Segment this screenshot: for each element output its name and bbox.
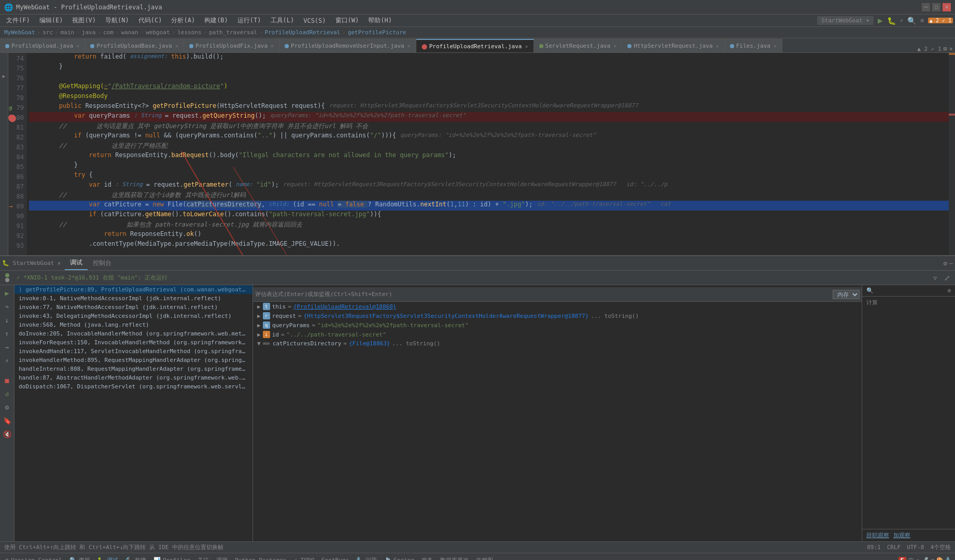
- debug-mute-icon[interactable]: 🔇: [2, 428, 13, 440]
- tool-build[interactable]: 🔨 构建: [122, 555, 149, 560]
- var-expand-queryparams[interactable]: ▶: [257, 322, 261, 329]
- breadcrumb-src[interactable]: src: [43, 29, 53, 36]
- debug-close-icon[interactable]: —: [949, 260, 953, 267]
- tab-profileuploadremove[interactable]: ProfileUploadRemoveUserInput.java ✕: [279, 39, 416, 52]
- var-val-catpictures[interactable]: {File@18863}: [349, 340, 390, 347]
- tab-profileupload[interactable]: ProfileUpload.java ✕: [0, 39, 85, 52]
- menu-tools[interactable]: 工具(L): [266, 15, 299, 26]
- debug-run-cursor-icon[interactable]: →: [2, 341, 13, 353]
- menu-edit[interactable]: 编辑(E): [35, 15, 67, 26]
- tool-deps[interactable]: 依赖图: [473, 555, 496, 560]
- tab-profileuploadfix[interactable]: ProfileUploadFix.java ✕: [184, 39, 279, 52]
- profile-selector[interactable]: StartWebGoat ▾: [817, 16, 874, 25]
- tool-measure[interactable]: 调测: [213, 555, 231, 560]
- right-scroll-gutter[interactable]: [949, 53, 955, 255]
- tool-find[interactable]: 🔍 查找: [66, 555, 93, 560]
- tab-close[interactable]: ✕: [613, 43, 616, 49]
- close-others-btn[interactable]: ✕: [949, 45, 953, 52]
- var-expand-this[interactable]: ▶: [257, 303, 261, 310]
- menu-build[interactable]: 构建(B): [200, 15, 232, 26]
- debug-settings-icon[interactable]: ⚙: [944, 260, 947, 267]
- tool-version-control[interactable]: ⚙ Version Control: [2, 556, 65, 560]
- frame-item-4[interactable]: invoke:568, Method (java.lang.reflect): [15, 320, 252, 329]
- frame-item-2[interactable]: invoke:77, NativeMethodAccessorImpl (jdk…: [15, 303, 252, 312]
- tool-focus[interactable]: 关注: [194, 555, 212, 560]
- frame-item-8[interactable]: invokeHandlerMethod:895, RequestMappingH…: [15, 356, 252, 365]
- tab-close[interactable]: ✕: [271, 43, 274, 49]
- tab-profileuploadbase[interactable]: ProfileUploadBase.java ✕: [85, 39, 184, 52]
- breadcrumb-com[interactable]: com: [103, 29, 114, 36]
- eval-mode-select[interactable]: 内存: [833, 290, 860, 299]
- add-btn[interactable]: 加观察: [893, 531, 910, 539]
- menu-navigate[interactable]: 导航(N): [101, 15, 133, 26]
- line-endings[interactable]: CRLF: [887, 544, 901, 551]
- tool-services[interactable]: 服务: [418, 555, 436, 560]
- split-btn[interactable]: ⊞: [944, 45, 947, 52]
- tool-todo[interactable]: ✓ TODO: [290, 556, 317, 560]
- frame-item-11[interactable]: doDispatch:1067, DispatcherServlet (org.…: [15, 382, 252, 391]
- var-expand-request[interactable]: ▶: [257, 313, 261, 319]
- breadcrumb-wanan[interactable]: wanan: [121, 29, 138, 36]
- menu-view[interactable]: 视图(V): [68, 15, 100, 26]
- frame-item-0[interactable]: ⟩ getProfilePicture:89, ProfileUploadRet…: [15, 285, 252, 294]
- frame-item-1[interactable]: invoke:0-1, NativeMethodAccessorImpl (jd…: [15, 294, 252, 303]
- tool-profiler[interactable]: 📊 Profiler: [150, 556, 193, 560]
- expand-btn[interactable]: ⤢: [942, 272, 953, 284]
- var-val-this[interactable]: {ProfileUploadRetrieval@18860}: [293, 303, 397, 310]
- close-button[interactable]: ✕: [943, 3, 951, 11]
- tab-close[interactable]: ✕: [716, 43, 719, 49]
- menu-analyze[interactable]: 分析(A): [167, 15, 199, 26]
- menu-file[interactable]: 文件(F): [2, 15, 34, 26]
- frame-item-6[interactable]: invokeForRequest:150, InvocableHandlerMe…: [15, 338, 252, 347]
- menu-run[interactable]: 运行(T): [233, 15, 265, 26]
- tool-python[interactable]: Python Packages: [232, 556, 289, 560]
- breadcrumb-webgoat[interactable]: webgoat: [146, 29, 170, 36]
- menu-vcs[interactable]: VCS(S): [299, 16, 330, 25]
- minimize-button[interactable]: ─: [922, 3, 930, 11]
- breadcrumb-java[interactable]: java: [82, 29, 96, 36]
- debug-resume-icon[interactable]: ▶: [2, 287, 13, 299]
- tab-close[interactable]: ✕: [774, 43, 777, 49]
- tool-problems[interactable]: 🔧 问题: [353, 555, 380, 560]
- breadcrumb-lessons[interactable]: lessons: [177, 29, 201, 36]
- debug-eval-icon[interactable]: ⚡: [2, 355, 13, 366]
- maximize-button[interactable]: □: [932, 3, 940, 11]
- frame-item-10[interactable]: handle:87, AbstractHandlerMethodAdapter …: [15, 373, 252, 382]
- tab-files[interactable]: Files.java ✕: [725, 39, 782, 52]
- thread-filter-btn[interactable]: ▿: [929, 272, 940, 284]
- run-btn[interactable]: ▶: [878, 16, 883, 25]
- debug-step-out-icon[interactable]: ↑: [2, 328, 13, 339]
- frame-item-7[interactable]: invokeAndHandle:117, ServletInvocableHan…: [15, 347, 252, 356]
- encoding[interactable]: UTF-8: [907, 544, 924, 551]
- var-expand-catpictures[interactable]: ▼: [257, 340, 261, 347]
- tab-console[interactable]: 控制台: [88, 257, 117, 270]
- indent-size[interactable]: 4个空格: [930, 543, 951, 551]
- breadcrumb-project[interactable]: MyWebGoat: [4, 29, 35, 36]
- tab-close[interactable]: ✕: [76, 43, 79, 49]
- search-icon[interactable]: 🔍: [907, 17, 916, 25]
- tool-spotbugs[interactable]: SpotBugs: [318, 556, 352, 560]
- tab-debug[interactable]: 调试: [65, 256, 88, 270]
- search-icon-right[interactable]: 🔍: [866, 287, 874, 294]
- tab-httpservletrequest[interactable]: HttpServletRequest.java ✕: [622, 39, 724, 52]
- debug-settings-icon2[interactable]: ⚙: [2, 401, 13, 413]
- breadcrumb-path-traversal[interactable]: path_traversal: [209, 29, 257, 36]
- breadcrumb-class[interactable]: ProfileUploadRetrieval: [265, 29, 341, 36]
- tool-spring[interactable]: 🍃 Spring: [381, 556, 417, 560]
- tab-close[interactable]: ✕: [408, 43, 411, 49]
- menu-window[interactable]: 窗口(W): [331, 15, 363, 26]
- tab-profileuploadretrieval[interactable]: ⬤ ProfileUploadRetrieval.java ✕: [416, 39, 534, 52]
- tab-close[interactable]: ✕: [175, 43, 178, 49]
- breadcrumb-method[interactable]: getProfilePicture: [348, 29, 406, 36]
- window-controls[interactable]: ─ □ ✕: [922, 3, 951, 11]
- debug-run-btn[interactable]: 🐛: [887, 17, 896, 25]
- breadcrumb-main[interactable]: main: [61, 29, 75, 36]
- menu-code[interactable]: 代码(C): [134, 15, 166, 26]
- tab-servletrequest[interactable]: ServletRequest.java ✕: [534, 39, 623, 52]
- coverage-btn[interactable]: ⚡: [900, 17, 904, 24]
- var-val-request[interactable]: {HttpServlet3RequestFactory$Servlet3Secu…: [304, 313, 589, 319]
- frame-item-3[interactable]: invoke:43, DelegatingMethodAccessorImpl …: [15, 312, 252, 320]
- debug-restart-icon[interactable]: ↺: [2, 388, 13, 399]
- add-watch-link[interactable]: 辞职观察: [866, 531, 889, 539]
- debug-stop-icon[interactable]: ■: [2, 374, 13, 386]
